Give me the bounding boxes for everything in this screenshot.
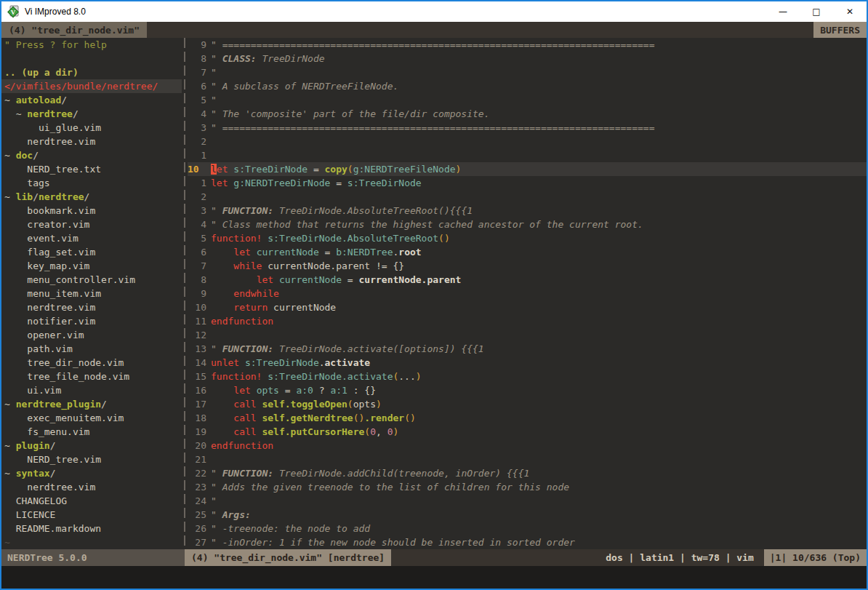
code-line[interactable]: 12 [188, 328, 867, 342]
nerdtree-item[interactable]: tags [1, 176, 182, 190]
token: copy [325, 164, 347, 175]
maximize-button[interactable]: □ [800, 1, 833, 22]
code-line[interactable]: 18 call self.getNerdtree().render() [188, 411, 867, 425]
code-line[interactable]: 6" A subclass of NERDTreeFileNode. [188, 79, 867, 93]
nerdtree-item[interactable]: creator.vim [1, 218, 182, 231]
nerdtree-item[interactable]: flag_set.vim [1, 245, 182, 259]
nerdtree-item[interactable]: menu_item.vim [1, 287, 182, 300]
nerdtree-item[interactable]: " Press ? for help [1, 38, 182, 52]
code-line[interactable]: 19 call self.putCursorHere(0, 0) [188, 425, 867, 439]
code-line[interactable]: 21 [188, 453, 867, 466]
token: doc [16, 150, 33, 161]
token: ( [347, 164, 353, 175]
nerdtree-item[interactable]: ~ syntax/ [1, 466, 182, 480]
code-line[interactable]: 9" =====================================… [188, 38, 867, 52]
code-line[interactable]: 9 endwhile [188, 287, 867, 300]
code-line[interactable]: 22" FUNCTION: TreeDirNode.addChild(treen… [188, 466, 867, 480]
token: opts [257, 385, 279, 396]
code-line[interactable]: 23" Adds the given treenode to the list … [188, 480, 867, 494]
nerdtree-item[interactable]: ~ nerdtree_plugin/ [1, 397, 182, 411]
minimize-button[interactable]: — [766, 1, 800, 22]
nerdtree-item[interactable]: nerdtree.vim [1, 135, 182, 148]
token: Args: [222, 509, 251, 520]
code-line[interactable]: 17 call self.toggleOpen(opts) [188, 397, 867, 411]
code-lines[interactable]: 9" =====================================… [188, 38, 867, 549]
token: endfunction [211, 440, 273, 451]
code-line[interactable]: 15function! s:TreeDirNode.activate(...) [188, 370, 867, 383]
nerdtree-item[interactable]: key_map.vim [1, 259, 182, 273]
code-line[interactable]: 1let g:NERDTreeDirNode = s:TreeDirNode [188, 176, 867, 190]
code-line[interactable]: 24" [188, 494, 867, 508]
nerdtree-item[interactable]: ~ doc/ [1, 148, 182, 162]
token: tree_dir_node.vim [4, 357, 124, 368]
token: ~ [4, 399, 16, 410]
nerdtree-items[interactable]: " Press ? for help.. (up a dir)</vimfile… [1, 38, 182, 549]
code-line[interactable]: 26" -treenode: the node to add [188, 522, 867, 535]
code-line[interactable]: 2 [188, 135, 867, 148]
code-line[interactable]: 27" -inOrder: 1 if the new node should b… [188, 535, 867, 549]
nerdtree-item[interactable]: ~ autoload/ [1, 93, 182, 107]
nerdtree-item[interactable]: nerdtree.vim [1, 480, 182, 494]
code-line[interactable]: 5" [188, 93, 867, 107]
code-line[interactable]: 3" FUNCTION: TreeDirNode.AbsoluteTreeRoo… [188, 204, 867, 218]
window-split-separator[interactable] [182, 38, 188, 549]
code-line[interactable]: 10 return currentNode [188, 300, 867, 314]
nerdtree-item[interactable]: nerdtree.vim [1, 300, 182, 314]
nerdtree-item[interactable]: tree_dir_node.vim [1, 356, 182, 370]
code-line[interactable]: 20endfunction [188, 439, 867, 453]
nerdtree-item[interactable]: NERD_tree.txt [1, 162, 182, 176]
nerdtree-item[interactable]: .. (up a dir) [1, 65, 182, 79]
vim-app-icon: V [7, 5, 20, 18]
nerdtree-item[interactable]: menu_controller.vim [1, 273, 182, 287]
code-line[interactable]: 13" FUNCTION: TreeDirNode.activate([opti… [188, 342, 867, 356]
token: ~ [4, 108, 27, 119]
code-line[interactable]: 8" CLASS: TreeDirNode [188, 52, 867, 65]
tab-tree-dir-node[interactable]: (4) "tree_dir_node.vim" [1, 22, 147, 38]
code-line-cursor[interactable]: 10let s:TreeDirNode = copy(g:NERDTreeFil… [188, 162, 867, 176]
code-line[interactable]: 1 [188, 148, 867, 162]
nerdtree-item[interactable]: ~ nerdtree/ [1, 107, 182, 121]
line-number: 19 [188, 425, 211, 439]
code-line[interactable]: 16 let opts = a:0 ? a:1 : {} [188, 383, 867, 397]
nerdtree-item[interactable]: bookmark.vim [1, 204, 182, 218]
nerdtree-item[interactable]: event.vim [1, 231, 182, 245]
nerdtree-item[interactable]: ui_glue.vim [1, 121, 182, 135]
token: , [376, 426, 387, 437]
line-number: 20 [188, 439, 211, 453]
nerdtree-item[interactable]: opener.vim [1, 328, 182, 342]
code-line[interactable]: 7 while currentNode.parent != {} [188, 259, 867, 273]
line-number: 27 [188, 535, 211, 549]
nerdtree-item[interactable]: ~ lib/nerdtree/ [1, 190, 182, 204]
code-line[interactable]: 8 let currentNode = currentNode.parent [188, 273, 867, 287]
code-line[interactable]: 14unlet s:TreeDirNode.activate [188, 356, 867, 370]
token: </vimfiles/bundle/nerdtree/ [4, 81, 158, 92]
nerdtree-item[interactable]: README.markdown [1, 522, 182, 535]
nerdtree-item[interactable]: exec_menuitem.vim [1, 411, 182, 425]
nerdtree-item[interactable]: </vimfiles/bundle/nerdtree/ [1, 79, 182, 93]
close-button[interactable]: ✕ [833, 1, 867, 22]
line-number: 11 [188, 314, 211, 328]
nerdtree-item[interactable] [1, 52, 182, 65]
code-line[interactable]: 5function! s:TreeDirNode.AbsoluteTreeRoo… [188, 231, 867, 245]
nerdtree-item[interactable]: LICENCE [1, 508, 182, 522]
nerdtree-item[interactable]: NERD_tree.vim [1, 453, 182, 466]
code-line[interactable]: 6 let currentNode = b:NERDTree.root [188, 245, 867, 259]
code-line[interactable]: 2 [188, 190, 867, 204]
code-line[interactable]: 25" Args: [188, 508, 867, 522]
code-line[interactable]: 4" The 'composite' part of the file/dir … [188, 107, 867, 121]
nerdtree-item[interactable]: CHANGELOG [1, 494, 182, 508]
code-line[interactable]: 4" Class method that returns the highest… [188, 218, 867, 231]
code-line[interactable]: 7" [188, 65, 867, 79]
nerdtree-item[interactable]: fs_menu.vim [1, 425, 182, 439]
command-line[interactable] [1, 566, 867, 589]
code-line[interactable]: 11endfunction [188, 314, 867, 328]
token [239, 357, 245, 368]
nerdtree-item[interactable]: notifier.vim [1, 314, 182, 328]
nerdtree-item[interactable]: ui.vim [1, 383, 182, 397]
nerdtree-item[interactable]: ~ plugin/ [1, 439, 182, 453]
nerdtree-item[interactable]: ~ [1, 535, 182, 549]
code-line[interactable]: 3" =====================================… [188, 121, 867, 135]
tabline-spacer [147, 22, 813, 38]
nerdtree-item[interactable]: path.vim [1, 342, 182, 356]
nerdtree-item[interactable]: tree_file_node.vim [1, 370, 182, 383]
